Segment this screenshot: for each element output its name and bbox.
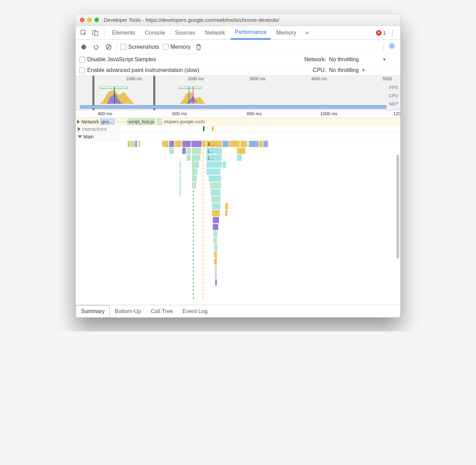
svg-line-13 (394, 44, 394, 45)
tab-memory[interactable]: Memory (272, 26, 300, 39)
tracks-pane: Network goo… ⊢┄⊣ script_foot.js elopers.… (76, 118, 400, 305)
svg-point-5 (391, 45, 393, 47)
enable-paint-label: Enable advanced paint instrumentation (s… (87, 67, 199, 73)
svg-rect-62 (213, 217, 219, 223)
svg-rect-26 (162, 141, 168, 147)
error-badge[interactable]: ✕ 1 (376, 30, 386, 36)
svg-rect-56 (192, 182, 196, 189)
interactions-track[interactable]: Interactions (76, 126, 400, 133)
footer-tab-calltree[interactable]: Call Tree (146, 305, 178, 317)
titlebar[interactable]: Developer Tools - https://developers.goo… (76, 14, 400, 26)
device-toggle-icon[interactable] (90, 28, 101, 38)
svg-rect-58 (211, 189, 220, 195)
expand-icon[interactable] (77, 120, 80, 124)
tick: 1000 ms (320, 111, 338, 116)
svg-rect-44 (237, 148, 245, 154)
svg-line-11 (394, 48, 394, 48)
network-throttle-select[interactable]: No throttling ▼ (329, 56, 386, 63)
tab-sources[interactable]: Sources (171, 26, 199, 39)
zoom-window-icon[interactable] (94, 18, 99, 22)
kebab-menu-icon[interactable]: ⋮ (387, 28, 397, 38)
tab-elements[interactable]: Elements (108, 26, 139, 39)
tick: 5000 (383, 76, 392, 81)
disable-js-checkbox[interactable]: Disable JavaScript Samples (79, 56, 156, 63)
settings-row-1: Disable JavaScript Samples Network: No t… (76, 54, 400, 65)
overview-pane[interactable]: 1000 ms 2000 ms 3000 ms 4000 ms 5000 FPS… (76, 76, 400, 110)
svg-rect-30 (191, 141, 202, 147)
tick: 120 (393, 111, 401, 116)
network-request[interactable] (157, 119, 162, 125)
checkbox-icon (79, 67, 85, 73)
svg-rect-65 (213, 238, 217, 244)
tick: 600 ms (172, 111, 187, 116)
svg-rect-61 (212, 210, 220, 216)
cpu-throttle-label: CPU: (313, 67, 326, 73)
svg-line-4 (107, 45, 110, 49)
inspect-element-icon[interactable] (79, 28, 89, 38)
svg-rect-14 (100, 86, 128, 89)
svg-rect-73 (225, 210, 227, 216)
svg-rect-52 (192, 168, 198, 175)
network-request[interactable]: script_foot.js (128, 119, 155, 125)
tick: 1000 ms (126, 76, 142, 81)
window-title: Developer Tools - https://developers.goo… (104, 17, 280, 23)
trash-icon[interactable] (194, 43, 203, 52)
main-label: Main (83, 134, 94, 139)
svg-rect-33 (222, 141, 229, 147)
footer-tab-eventlog[interactable]: Event Log (178, 305, 212, 317)
svg-rect-55 (209, 175, 221, 182)
record-icon[interactable] (79, 43, 88, 52)
detail-ruler[interactable]: 400 ms 600 ms 800 ms 1000 ms 120 (76, 110, 400, 118)
svg-rect-46 (192, 155, 200, 161)
close-window-icon[interactable] (80, 18, 84, 22)
memory-label: Memory (171, 44, 191, 50)
svg-rect-60 (212, 203, 220, 209)
svg-rect-28 (175, 141, 182, 147)
scrollbar[interactable] (396, 155, 399, 258)
overview-metric-labels: FPS CPU NET (389, 83, 398, 108)
flame-label: (… (208, 156, 213, 161)
svg-rect-77 (180, 182, 181, 189)
expand-icon[interactable] (78, 127, 81, 131)
tick: 800 ms (247, 111, 262, 116)
svg-rect-40 (182, 148, 186, 154)
enable-paint-checkbox[interactable]: Enable advanced paint instrumentation (s… (79, 67, 199, 73)
overview-net-bar (80, 105, 386, 109)
svg-rect-53 (207, 168, 220, 175)
main-track-header[interactable]: Main (76, 133, 400, 141)
network-track[interactable]: Network goo… ⊢┄⊣ script_foot.js elopers.… (76, 118, 400, 126)
clear-icon[interactable] (104, 43, 113, 52)
cpu-chart (76, 86, 400, 104)
chevron-down-icon: ▼ (382, 57, 386, 62)
more-tabs-icon[interactable]: » (302, 28, 312, 38)
svg-rect-69 (215, 265, 217, 272)
fps-label: FPS (389, 83, 398, 92)
screenshots-checkbox[interactable]: Screenshots (120, 44, 159, 50)
panel-tabbar: Elements Console Sources Network Perform… (76, 26, 400, 40)
network-request-text: elopers.google.com) (164, 119, 205, 124)
screenshots-label: Screenshots (128, 44, 159, 50)
svg-rect-48 (237, 155, 242, 161)
svg-rect-67 (214, 252, 217, 258)
tab-network[interactable]: Network (201, 26, 229, 39)
minimize-window-icon[interactable] (87, 18, 92, 22)
svg-rect-39 (169, 148, 174, 154)
network-request[interactable]: goo… (100, 119, 115, 125)
gear-icon[interactable] (387, 43, 397, 51)
svg-rect-31 (202, 141, 206, 147)
tab-console[interactable]: Console (141, 26, 170, 39)
collapse-icon[interactable] (78, 135, 82, 138)
tab-performance[interactable]: Performance (231, 26, 271, 39)
cpu-throttle-select[interactable]: No throttling ▼ (329, 67, 366, 73)
flame-chart[interactable]: E… (… (76, 141, 400, 305)
svg-rect-21 (128, 141, 130, 147)
svg-rect-71 (215, 279, 217, 285)
memory-checkbox[interactable]: Memory (163, 44, 191, 50)
detail-tabbar: Summary Bottom-Up Call Tree Event Log (76, 305, 400, 317)
footer-tab-summary[interactable]: Summary (76, 305, 110, 317)
net-label: NET (389, 100, 398, 108)
svg-rect-74 (180, 162, 181, 168)
footer-tab-bottomup[interactable]: Bottom-Up (110, 305, 146, 317)
reload-icon[interactable] (92, 43, 101, 52)
svg-rect-50 (207, 162, 222, 168)
